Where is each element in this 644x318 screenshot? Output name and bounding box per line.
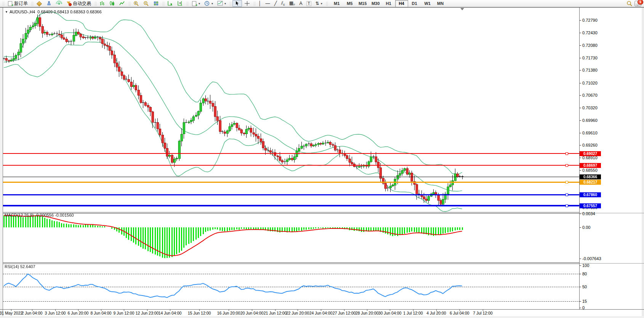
- time-tick-label: 31 May 2022: [0, 311, 22, 315]
- time-tick-mark: [170, 310, 170, 311]
- macd-tick-mark: [580, 227, 581, 228]
- timeframe-button-h1[interactable]: H1: [382, 0, 395, 7]
- horizontal-level-line[interactable]: [3, 165, 579, 166]
- profiles-button[interactable]: ▾: [202, 0, 215, 7]
- time-tick-mark: [199, 310, 200, 311]
- price-tick-label: 0.68550: [582, 168, 598, 173]
- rsi-tick-mark: [580, 308, 581, 308]
- toolbar-grip[interactable]: [229, 1, 231, 6]
- horizontal-level-line[interactable]: [3, 153, 579, 154]
- candlestick-chart-button[interactable]: [107, 0, 117, 7]
- crosshair-icon: [244, 1, 250, 6]
- timeframe-button-m15[interactable]: M15: [356, 0, 369, 7]
- new-chart-button[interactable]: ＋ ▾: [189, 0, 202, 7]
- price-badge: 0.69027: [580, 151, 601, 156]
- trendline-tool-button[interactable]: ╱: [272, 0, 279, 7]
- crosshair-tool-button[interactable]: [242, 0, 252, 7]
- equidistant-channel-tool-button[interactable]: ⫽E: [279, 0, 287, 7]
- current-price-line[interactable]: [3, 177, 579, 177]
- rsi-value: 52.6407: [20, 264, 35, 269]
- price-badge: 0.68366: [580, 174, 601, 179]
- horizontal-line-icon: —: [266, 1, 270, 6]
- chart-shift-icon: [177, 1, 183, 6]
- macd-scale-label: 0.00: [582, 225, 590, 230]
- chart-shift-marker[interactable]: [460, 8, 464, 10]
- fibonacci-tool-button[interactable]: ▦F: [287, 0, 297, 7]
- line-drag-handle[interactable]: [566, 181, 568, 184]
- chart-shift-button[interactable]: [175, 0, 185, 7]
- timeframe-button-m5[interactable]: M5: [343, 0, 356, 7]
- bar-chart-icon: [99, 1, 105, 6]
- price-badge: 0.67557: [580, 203, 601, 208]
- time-tick-mark: [321, 310, 321, 311]
- text-tool-button[interactable]: A: [297, 0, 304, 7]
- new-order-button[interactable]: ＋ 新订单: [5, 0, 30, 7]
- auto-scroll-icon: [167, 1, 173, 6]
- price-tick-mark: [580, 158, 581, 158]
- time-tick-label: 8 Jun 04:00: [91, 311, 112, 315]
- time-tick-label: 30 Jun 04:00: [378, 311, 402, 315]
- macd-indicator-label: MACD(12,26,9) -0.000556 -0.001560: [5, 213, 74, 217]
- gold-box-icon: [36, 1, 42, 6]
- price-tick-label: 0.72080: [582, 43, 598, 48]
- toolbar-grip[interactable]: [128, 1, 130, 6]
- toolbar-grip[interactable]: [2, 1, 4, 6]
- rsi-canvas[interactable]: [3, 264, 579, 309]
- tile-windows-button[interactable]: [151, 0, 161, 7]
- toolbar-grip[interactable]: [186, 1, 188, 6]
- time-tick-label: 3 Jun 12:00: [45, 311, 66, 315]
- toolbar-grip[interactable]: [325, 1, 328, 6]
- toolbar-grip[interactable]: [253, 1, 255, 6]
- time-tick-mark: [78, 310, 78, 311]
- zoom-out-button[interactable]: [141, 0, 151, 7]
- auto-trading-button[interactable]: 自动交易: [64, 0, 93, 7]
- zoom-in-button[interactable]: [131, 0, 141, 7]
- time-axis-divider: [0, 309, 644, 310]
- time-tick-mark: [252, 310, 252, 311]
- timeframe-button-m1[interactable]: M1: [330, 0, 343, 7]
- indicators-button[interactable]: ▾: [215, 0, 228, 7]
- horizontal-line-tool-button[interactable]: —: [264, 0, 272, 7]
- rsi-tick-mark: [580, 274, 581, 274]
- arrows-tool-button[interactable]: ⇅ ▾: [314, 0, 324, 7]
- signals-button[interactable]: [54, 0, 64, 7]
- market-depth-button[interactable]: [34, 0, 44, 7]
- line-drag-handle[interactable]: [566, 193, 568, 196]
- macd-canvas[interactable]: [3, 214, 579, 262]
- symbol-dropdown-icon[interactable]: ▼: [5, 10, 8, 14]
- line-chart-button[interactable]: [117, 0, 127, 7]
- timeframe-button-w1[interactable]: W1: [421, 0, 434, 7]
- price-badge: 0.68217: [580, 180, 601, 185]
- timeframe-button-mn[interactable]: MN: [434, 0, 447, 7]
- horizontal-level-line[interactable]: [3, 182, 579, 183]
- line-drag-handle[interactable]: [566, 152, 568, 155]
- bar-chart-button[interactable]: [98, 0, 107, 7]
- price-tick-label: 0.69260: [582, 143, 598, 147]
- price-tick-mark: [580, 145, 581, 145]
- macd-scale-label: -0.007643: [582, 256, 601, 261]
- clock-icon: [204, 1, 210, 6]
- auto-scroll-button[interactable]: [165, 0, 175, 7]
- text-label-tool-button[interactable]: T: [304, 0, 313, 7]
- notifications-icon[interactable]: 1: [634, 1, 641, 6]
- toolbar-grip[interactable]: [31, 1, 33, 6]
- line-drag-handle[interactable]: [566, 205, 568, 207]
- horizontal-level-line[interactable]: [3, 205, 579, 206]
- timeframe-button-d1[interactable]: D1: [408, 0, 421, 7]
- price-badge: 0.68697: [580, 163, 601, 168]
- toolbar-grip[interactable]: [162, 1, 164, 6]
- vertical-line-tool-button[interactable]: │: [256, 0, 263, 7]
- toolbar-grip[interactable]: [94, 1, 96, 6]
- arrows-icon: ⇅: [316, 1, 319, 6]
- timeframe-button-m30[interactable]: M30: [369, 0, 382, 7]
- timeframe-button-h4[interactable]: H4: [395, 0, 408, 7]
- horizontal-level-line[interactable]: [3, 194, 579, 195]
- strategy-tester-button[interactable]: [44, 0, 54, 7]
- search-icon[interactable]: [626, 1, 632, 6]
- price-tick-label: 0.71020: [582, 81, 598, 85]
- price-tick-mark: [580, 70, 581, 70]
- line-drag-handle[interactable]: [566, 164, 568, 167]
- rsi-tick-mark: [580, 301, 581, 302]
- window-right-edge: [642, 8, 644, 318]
- cursor-tool-button[interactable]: [232, 0, 242, 7]
